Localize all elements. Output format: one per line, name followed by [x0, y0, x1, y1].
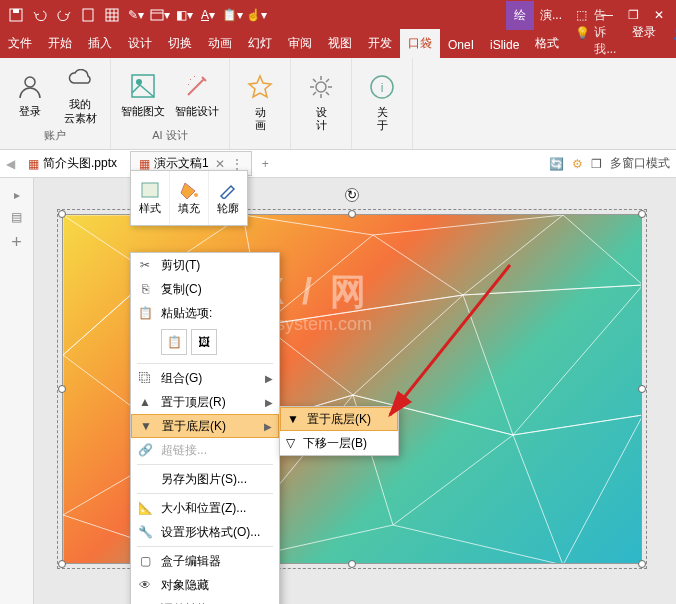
multiwin-icon: ❐ — [591, 157, 602, 171]
ppt-file-icon: ▦ — [28, 157, 39, 171]
tab-developer[interactable]: 开发 — [360, 29, 400, 58]
rotate-handle[interactable]: ↻ — [345, 188, 359, 202]
submenu-send-back: ▼置于底层(K) ▽下移一层(B) — [279, 406, 399, 456]
tab-insert[interactable]: 插入 — [80, 29, 120, 58]
graphic-icon — [127, 70, 159, 102]
canvas-area: ▸ ▤ + ↻ — [0, 178, 676, 604]
chevron-right-icon: ▶ — [265, 397, 273, 408]
tab-islide[interactable]: iSlide — [482, 32, 527, 58]
svg-text:i: i — [381, 81, 384, 95]
submenu-send-back-label: 置于底层(K) — [307, 411, 371, 428]
tab-view[interactable]: 视图 — [320, 29, 360, 58]
qat-new-icon[interactable] — [76, 3, 100, 27]
submenu-send-to-back[interactable]: ▼置于底层(K) — [280, 407, 398, 431]
handle-sw[interactable] — [58, 560, 66, 568]
qat-font-icon[interactable]: A▾ — [196, 3, 220, 27]
ctx-format-shape[interactable]: 🔧设置形状格式(O)... — [131, 520, 279, 544]
qat-grid-icon[interactable] — [100, 3, 124, 27]
smart-graphic-label: 智能图文 — [121, 105, 165, 118]
handle-nw[interactable] — [58, 210, 66, 218]
tab-onekey[interactable]: OneI — [440, 32, 482, 58]
tab-pocket[interactable]: 口袋 — [400, 29, 440, 58]
group-account-label: 账户 — [44, 126, 66, 145]
multiwin-label[interactable]: 多窗口模式 — [610, 155, 670, 172]
tab-design[interactable]: 设计 — [120, 29, 160, 58]
user-icon[interactable]: 👤 — [664, 20, 676, 46]
tell-me[interactable]: 💡告诉我... — [567, 7, 624, 58]
group-about: i 关 于 — [352, 58, 413, 149]
ctx-save-as-picture[interactable]: 另存为图片(S)... — [131, 467, 279, 491]
tab-more-icon[interactable]: ⋮ — [231, 157, 243, 171]
qat-brush-icon[interactable]: ✎▾ — [124, 3, 148, 27]
login-button[interactable]: 登录 — [10, 70, 50, 118]
qat-touch-icon[interactable]: ☝▾ — [244, 3, 268, 27]
separator — [137, 363, 273, 364]
box-icon: ▢ — [137, 553, 153, 569]
tab-transitions[interactable]: 切换 — [160, 29, 200, 58]
chevron-right-icon: ▶ — [265, 373, 273, 384]
mini-outline-button[interactable]: 轮廓 — [209, 171, 247, 225]
bucket-icon — [179, 181, 199, 199]
svg-point-7 — [136, 79, 142, 85]
add-slide-icon[interactable]: + — [11, 232, 22, 253]
sync-icon[interactable]: 🔄 — [549, 157, 564, 171]
tell-me-label: 告诉我... — [594, 7, 616, 58]
handle-s[interactable] — [348, 560, 356, 568]
qat-fill-icon[interactable]: ◧▾ — [172, 3, 196, 27]
mini-style-button[interactable]: 样式 — [131, 171, 170, 225]
ctx-box-editor[interactable]: ▢盒子编辑器 — [131, 549, 279, 573]
handle-e[interactable] — [638, 385, 646, 393]
handle-ne[interactable] — [638, 210, 646, 218]
mini-fill-button[interactable]: 填充 — [170, 171, 209, 225]
design-button[interactable]: 设 计 — [301, 71, 341, 132]
qat-undo-icon[interactable] — [28, 3, 52, 27]
doctab-1[interactable]: ▦ 简介头图.pptx — [19, 151, 126, 176]
handle-n[interactable] — [348, 210, 356, 218]
qat-layout-icon[interactable]: ▾ — [148, 3, 172, 27]
tab-animations[interactable]: 动画 — [200, 29, 240, 58]
submenu-back-one[interactable]: ▽下移一层(B) — [280, 431, 398, 455]
tab-review[interactable]: 审阅 — [280, 29, 320, 58]
ruler-icon: 📐 — [137, 500, 153, 516]
tab-home[interactable]: 开始 — [40, 29, 80, 58]
cloud-material-button[interactable]: 我的 云素材 — [60, 63, 100, 124]
new-tab-icon[interactable]: + — [256, 157, 275, 171]
ctx-size-position[interactable]: 📐大小和位置(Z)... — [131, 496, 279, 520]
about-label: 关 于 — [377, 106, 388, 132]
about-button[interactable]: i 关 于 — [362, 71, 402, 132]
thumbnails-icon[interactable]: ▤ — [11, 210, 22, 224]
close-tab-icon[interactable]: ✕ — [213, 157, 227, 171]
separator — [137, 464, 273, 465]
ctx-send-back[interactable]: ▼置于底层(K)▶ — [131, 414, 279, 438]
submenu-back-one-label: 下移一层(B) — [303, 435, 367, 452]
svg-point-8 — [316, 82, 326, 92]
svg-rect-1 — [13, 9, 19, 13]
ctx-bring-front[interactable]: ▲置于顶层(R)▶ — [131, 390, 279, 414]
ctx-hide-object[interactable]: 👁对象隐藏 — [131, 573, 279, 597]
bring-front-icon: ▲ — [137, 394, 153, 410]
login-link[interactable]: 登录 — [624, 18, 664, 47]
ctx-cut[interactable]: ✂剪切(T) — [131, 253, 279, 277]
tab-file[interactable]: 文件 — [0, 29, 40, 58]
expand-pane-icon[interactable]: ▸ — [14, 188, 20, 202]
nav-back-icon[interactable]: ◀ — [6, 157, 15, 171]
tab-slideshow[interactable]: 幻灯 — [240, 29, 280, 58]
ctx-adjust-convert[interactable]: ⇄调整转换 — [131, 597, 279, 604]
animation-button[interactable]: 动 画 — [240, 71, 280, 132]
paste-option-1[interactable]: 📋 — [161, 329, 187, 355]
handle-se[interactable] — [638, 560, 646, 568]
ctx-group[interactable]: ⿻组合(G)▶ — [131, 366, 279, 390]
qat-save-icon[interactable] — [4, 3, 28, 27]
separator — [137, 493, 273, 494]
smart-graphic-button[interactable]: 智能图文 — [121, 70, 165, 118]
qat-clipboard-icon[interactable]: 📋▾ — [220, 3, 244, 27]
settings-gear-icon[interactable]: ⚙ — [572, 157, 583, 171]
smart-design-button[interactable]: 智能设计 — [175, 70, 219, 118]
group-ai-design: 智能图文 智能设计 AI 设计 — [111, 58, 230, 149]
tab-format[interactable]: 格式 — [527, 29, 567, 58]
handle-w[interactable] — [58, 385, 66, 393]
ctx-copy[interactable]: ⎘复制(C) — [131, 277, 279, 301]
paste-option-2[interactable]: 🖼 — [191, 329, 217, 355]
group-animation: 动 画 — [230, 58, 291, 149]
qat-redo-icon[interactable] — [52, 3, 76, 27]
